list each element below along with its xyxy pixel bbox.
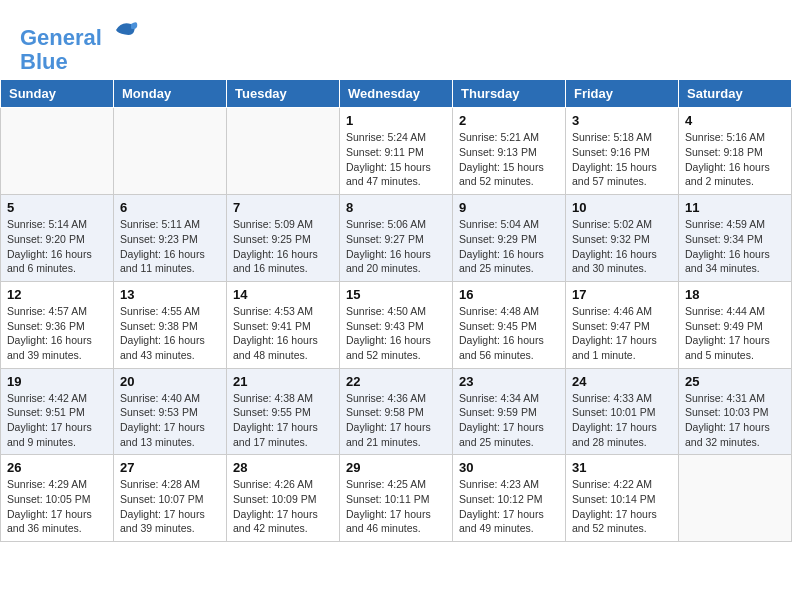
- calendar-cell: 14Sunrise: 4:53 AM Sunset: 9:41 PM Dayli…: [227, 281, 340, 368]
- weekday-header-friday: Friday: [566, 80, 679, 108]
- logo: General Blue: [20, 15, 140, 74]
- day-number: 6: [120, 200, 220, 215]
- day-number: 5: [7, 200, 107, 215]
- day-number: 1: [346, 113, 446, 128]
- calendar-cell: 2Sunrise: 5:21 AM Sunset: 9:13 PM Daylig…: [453, 108, 566, 195]
- day-number: 4: [685, 113, 785, 128]
- week-row-4: 26Sunrise: 4:29 AM Sunset: 10:05 PM Dayl…: [1, 455, 792, 542]
- calendar-cell: 18Sunrise: 4:44 AM Sunset: 9:49 PM Dayli…: [679, 281, 792, 368]
- calendar-cell: 24Sunrise: 4:33 AM Sunset: 10:01 PM Dayl…: [566, 368, 679, 455]
- day-number: 27: [120, 460, 220, 475]
- calendar-cell: 12Sunrise: 4:57 AM Sunset: 9:36 PM Dayli…: [1, 281, 114, 368]
- calendar-cell: 9Sunrise: 5:04 AM Sunset: 9:29 PM Daylig…: [453, 195, 566, 282]
- day-info: Sunrise: 4:34 AM Sunset: 9:59 PM Dayligh…: [459, 391, 559, 450]
- day-number: 11: [685, 200, 785, 215]
- logo-text: General: [20, 15, 140, 50]
- calendar-cell: 16Sunrise: 4:48 AM Sunset: 9:45 PM Dayli…: [453, 281, 566, 368]
- page-header: General Blue: [0, 0, 792, 79]
- day-info: Sunrise: 4:28 AM Sunset: 10:07 PM Daylig…: [120, 477, 220, 536]
- calendar-cell: [227, 108, 340, 195]
- day-info: Sunrise: 4:55 AM Sunset: 9:38 PM Dayligh…: [120, 304, 220, 363]
- calendar-cell: 15Sunrise: 4:50 AM Sunset: 9:43 PM Dayli…: [340, 281, 453, 368]
- day-number: 12: [7, 287, 107, 302]
- day-number: 22: [346, 374, 446, 389]
- calendar-cell: 23Sunrise: 4:34 AM Sunset: 9:59 PM Dayli…: [453, 368, 566, 455]
- day-info: Sunrise: 4:57 AM Sunset: 9:36 PM Dayligh…: [7, 304, 107, 363]
- day-number: 3: [572, 113, 672, 128]
- day-info: Sunrise: 4:31 AM Sunset: 10:03 PM Daylig…: [685, 391, 785, 450]
- day-number: 23: [459, 374, 559, 389]
- day-info: Sunrise: 4:48 AM Sunset: 9:45 PM Dayligh…: [459, 304, 559, 363]
- day-info: Sunrise: 5:06 AM Sunset: 9:27 PM Dayligh…: [346, 217, 446, 276]
- calendar-cell: 30Sunrise: 4:23 AM Sunset: 10:12 PM Dayl…: [453, 455, 566, 542]
- week-row-3: 19Sunrise: 4:42 AM Sunset: 9:51 PM Dayli…: [1, 368, 792, 455]
- calendar-cell: 22Sunrise: 4:36 AM Sunset: 9:58 PM Dayli…: [340, 368, 453, 455]
- day-number: 20: [120, 374, 220, 389]
- calendar-cell: 17Sunrise: 4:46 AM Sunset: 9:47 PM Dayli…: [566, 281, 679, 368]
- calendar-cell: 27Sunrise: 4:28 AM Sunset: 10:07 PM Dayl…: [114, 455, 227, 542]
- week-row-0: 1Sunrise: 5:24 AM Sunset: 9:11 PM Daylig…: [1, 108, 792, 195]
- day-number: 2: [459, 113, 559, 128]
- calendar-cell: 21Sunrise: 4:38 AM Sunset: 9:55 PM Dayli…: [227, 368, 340, 455]
- day-number: 26: [7, 460, 107, 475]
- week-row-1: 5Sunrise: 5:14 AM Sunset: 9:20 PM Daylig…: [1, 195, 792, 282]
- day-info: Sunrise: 4:50 AM Sunset: 9:43 PM Dayligh…: [346, 304, 446, 363]
- weekday-header-row: SundayMondayTuesdayWednesdayThursdayFrid…: [1, 80, 792, 108]
- calendar-cell: 13Sunrise: 4:55 AM Sunset: 9:38 PM Dayli…: [114, 281, 227, 368]
- calendar-cell: 5Sunrise: 5:14 AM Sunset: 9:20 PM Daylig…: [1, 195, 114, 282]
- day-info: Sunrise: 5:09 AM Sunset: 9:25 PM Dayligh…: [233, 217, 333, 276]
- day-info: Sunrise: 4:26 AM Sunset: 10:09 PM Daylig…: [233, 477, 333, 536]
- day-number: 19: [7, 374, 107, 389]
- weekday-header-saturday: Saturday: [679, 80, 792, 108]
- day-info: Sunrise: 5:14 AM Sunset: 9:20 PM Dayligh…: [7, 217, 107, 276]
- calendar-cell: 31Sunrise: 4:22 AM Sunset: 10:14 PM Dayl…: [566, 455, 679, 542]
- day-info: Sunrise: 5:24 AM Sunset: 9:11 PM Dayligh…: [346, 130, 446, 189]
- calendar-cell: [114, 108, 227, 195]
- day-number: 17: [572, 287, 672, 302]
- day-number: 10: [572, 200, 672, 215]
- day-info: Sunrise: 4:25 AM Sunset: 10:11 PM Daylig…: [346, 477, 446, 536]
- day-number: 9: [459, 200, 559, 215]
- weekday-header-thursday: Thursday: [453, 80, 566, 108]
- calendar-cell: 4Sunrise: 5:16 AM Sunset: 9:18 PM Daylig…: [679, 108, 792, 195]
- day-number: 18: [685, 287, 785, 302]
- calendar-cell: [679, 455, 792, 542]
- day-info: Sunrise: 4:46 AM Sunset: 9:47 PM Dayligh…: [572, 304, 672, 363]
- calendar-table: SundayMondayTuesdayWednesdayThursdayFrid…: [0, 79, 792, 542]
- day-info: Sunrise: 5:18 AM Sunset: 9:16 PM Dayligh…: [572, 130, 672, 189]
- day-info: Sunrise: 4:36 AM Sunset: 9:58 PM Dayligh…: [346, 391, 446, 450]
- day-number: 25: [685, 374, 785, 389]
- weekday-header-wednesday: Wednesday: [340, 80, 453, 108]
- day-number: 7: [233, 200, 333, 215]
- day-number: 29: [346, 460, 446, 475]
- day-info: Sunrise: 5:16 AM Sunset: 9:18 PM Dayligh…: [685, 130, 785, 189]
- day-info: Sunrise: 4:29 AM Sunset: 10:05 PM Daylig…: [7, 477, 107, 536]
- day-info: Sunrise: 4:23 AM Sunset: 10:12 PM Daylig…: [459, 477, 559, 536]
- calendar-cell: 26Sunrise: 4:29 AM Sunset: 10:05 PM Dayl…: [1, 455, 114, 542]
- day-info: Sunrise: 5:21 AM Sunset: 9:13 PM Dayligh…: [459, 130, 559, 189]
- calendar-cell: 25Sunrise: 4:31 AM Sunset: 10:03 PM Dayl…: [679, 368, 792, 455]
- day-info: Sunrise: 4:33 AM Sunset: 10:01 PM Daylig…: [572, 391, 672, 450]
- day-number: 24: [572, 374, 672, 389]
- logo-text2: Blue: [20, 49, 68, 74]
- day-number: 15: [346, 287, 446, 302]
- calendar-cell: 28Sunrise: 4:26 AM Sunset: 10:09 PM Dayl…: [227, 455, 340, 542]
- weekday-header-sunday: Sunday: [1, 80, 114, 108]
- calendar-cell: 7Sunrise: 5:09 AM Sunset: 9:25 PM Daylig…: [227, 195, 340, 282]
- calendar-cell: 3Sunrise: 5:18 AM Sunset: 9:16 PM Daylig…: [566, 108, 679, 195]
- week-row-2: 12Sunrise: 4:57 AM Sunset: 9:36 PM Dayli…: [1, 281, 792, 368]
- day-info: Sunrise: 4:40 AM Sunset: 9:53 PM Dayligh…: [120, 391, 220, 450]
- weekday-header-tuesday: Tuesday: [227, 80, 340, 108]
- day-number: 16: [459, 287, 559, 302]
- logo-bird-icon: [110, 15, 140, 45]
- day-number: 21: [233, 374, 333, 389]
- day-info: Sunrise: 5:04 AM Sunset: 9:29 PM Dayligh…: [459, 217, 559, 276]
- day-info: Sunrise: 4:22 AM Sunset: 10:14 PM Daylig…: [572, 477, 672, 536]
- day-number: 14: [233, 287, 333, 302]
- day-info: Sunrise: 5:02 AM Sunset: 9:32 PM Dayligh…: [572, 217, 672, 276]
- calendar-cell: 6Sunrise: 5:11 AM Sunset: 9:23 PM Daylig…: [114, 195, 227, 282]
- day-info: Sunrise: 5:11 AM Sunset: 9:23 PM Dayligh…: [120, 217, 220, 276]
- day-info: Sunrise: 4:44 AM Sunset: 9:49 PM Dayligh…: [685, 304, 785, 363]
- calendar-cell: 11Sunrise: 4:59 AM Sunset: 9:34 PM Dayli…: [679, 195, 792, 282]
- calendar-cell: 19Sunrise: 4:42 AM Sunset: 9:51 PM Dayli…: [1, 368, 114, 455]
